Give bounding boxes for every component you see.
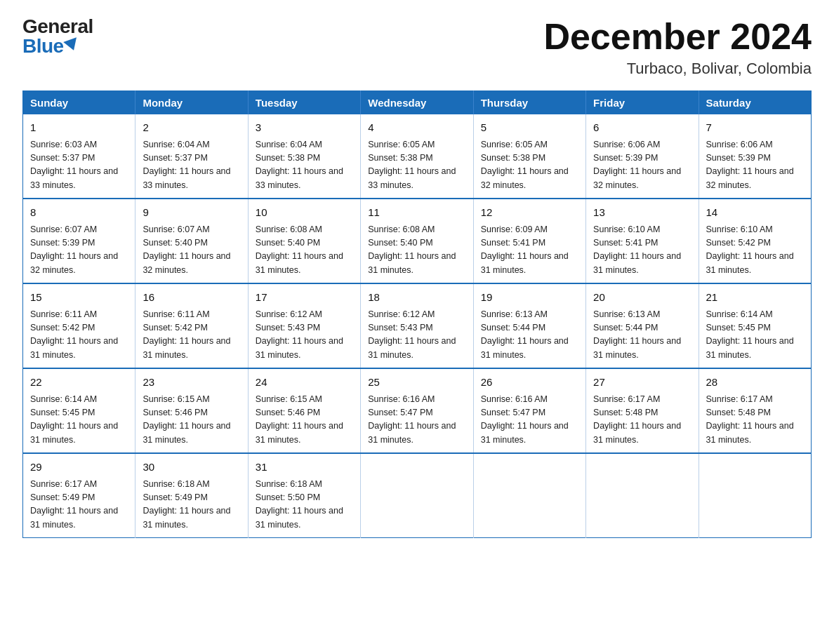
day-cell bbox=[699, 453, 811, 538]
day-cell: 17 Sunrise: 6:12 AMSunset: 5:43 PMDaylig… bbox=[248, 283, 360, 368]
day-info: Sunrise: 6:06 AMSunset: 5:39 PMDaylight:… bbox=[706, 140, 794, 190]
day-number: 11 bbox=[368, 205, 465, 221]
day-cell: 14 Sunrise: 6:10 AMSunset: 5:42 PMDaylig… bbox=[699, 199, 811, 283]
day-info: Sunrise: 6:10 AMSunset: 5:41 PMDaylight:… bbox=[593, 224, 681, 275]
day-cell: 12 Sunrise: 6:09 AMSunset: 5:41 PMDaylig… bbox=[473, 199, 585, 283]
day-number: 21 bbox=[706, 290, 804, 306]
day-cell: 31 Sunrise: 6:18 AMSunset: 5:50 PMDaylig… bbox=[248, 453, 360, 538]
day-cell: 16 Sunrise: 6:11 AMSunset: 5:42 PMDaylig… bbox=[135, 283, 248, 368]
day-info: Sunrise: 6:16 AMSunset: 5:47 PMDaylight:… bbox=[368, 394, 456, 445]
day-cell: 13 Sunrise: 6:10 AMSunset: 5:41 PMDaylig… bbox=[586, 199, 699, 283]
day-number: 27 bbox=[593, 375, 691, 391]
day-info: Sunrise: 6:07 AMSunset: 5:40 PMDaylight:… bbox=[143, 224, 230, 275]
day-number: 5 bbox=[481, 120, 578, 136]
day-cell: 20 Sunrise: 6:13 AMSunset: 5:44 PMDaylig… bbox=[586, 283, 699, 368]
week-row-5: 29 Sunrise: 6:17 AMSunset: 5:49 PMDaylig… bbox=[23, 453, 812, 538]
weekday-header-tuesday: Tuesday bbox=[248, 91, 360, 115]
day-info: Sunrise: 6:17 AMSunset: 5:48 PMDaylight:… bbox=[706, 394, 794, 445]
day-number: 6 bbox=[593, 120, 691, 136]
day-cell: 26 Sunrise: 6:16 AMSunset: 5:47 PMDaylig… bbox=[473, 368, 585, 453]
day-cell: 5 Sunrise: 6:05 AMSunset: 5:38 PMDayligh… bbox=[473, 114, 585, 199]
day-cell bbox=[473, 453, 585, 538]
day-number: 13 bbox=[593, 205, 691, 221]
day-number: 2 bbox=[143, 120, 240, 136]
day-info: Sunrise: 6:10 AMSunset: 5:42 PMDaylight:… bbox=[706, 224, 794, 275]
day-number: 30 bbox=[143, 459, 240, 476]
week-row-2: 8 Sunrise: 6:07 AMSunset: 5:39 PMDayligh… bbox=[23, 199, 812, 283]
day-cell: 25 Sunrise: 6:16 AMSunset: 5:47 PMDaylig… bbox=[361, 368, 473, 453]
day-cell: 24 Sunrise: 6:15 AMSunset: 5:46 PMDaylig… bbox=[248, 368, 360, 453]
day-number: 1 bbox=[30, 120, 128, 136]
day-cell: 1 Sunrise: 6:03 AMSunset: 5:37 PMDayligh… bbox=[23, 114, 135, 199]
weekday-header-row: SundayMondayTuesdayWednesdayThursdayFrid… bbox=[23, 91, 812, 115]
day-number: 3 bbox=[256, 120, 353, 136]
day-info: Sunrise: 6:07 AMSunset: 5:39 PMDaylight:… bbox=[30, 224, 118, 275]
day-number: 25 bbox=[368, 375, 465, 391]
page-title: December 2024 bbox=[543, 17, 812, 57]
weekday-header-saturday: Saturday bbox=[699, 91, 811, 115]
calendar-body: 1 Sunrise: 6:03 AMSunset: 5:37 PMDayligh… bbox=[23, 114, 812, 538]
day-cell: 28 Sunrise: 6:17 AMSunset: 5:48 PMDaylig… bbox=[699, 368, 811, 453]
weekday-header-monday: Monday bbox=[135, 91, 248, 115]
day-cell: 3 Sunrise: 6:04 AMSunset: 5:38 PMDayligh… bbox=[248, 114, 360, 199]
day-info: Sunrise: 6:05 AMSunset: 5:38 PMDaylight:… bbox=[481, 140, 569, 190]
day-number: 12 bbox=[481, 205, 578, 221]
weekday-header-thursday: Thursday bbox=[473, 91, 585, 115]
day-info: Sunrise: 6:03 AMSunset: 5:37 PMDaylight:… bbox=[30, 140, 118, 190]
day-info: Sunrise: 6:17 AMSunset: 5:49 PMDaylight:… bbox=[30, 479, 118, 530]
day-number: 10 bbox=[256, 205, 353, 221]
day-info: Sunrise: 6:12 AMSunset: 5:43 PMDaylight:… bbox=[368, 309, 456, 360]
day-info: Sunrise: 6:04 AMSunset: 5:38 PMDaylight:… bbox=[256, 140, 343, 190]
day-info: Sunrise: 6:12 AMSunset: 5:43 PMDaylight:… bbox=[256, 309, 343, 360]
day-number: 22 bbox=[30, 375, 128, 391]
weekday-header-friday: Friday bbox=[586, 91, 699, 115]
day-cell: 30 Sunrise: 6:18 AMSunset: 5:49 PMDaylig… bbox=[135, 453, 248, 538]
day-cell: 4 Sunrise: 6:05 AMSunset: 5:38 PMDayligh… bbox=[361, 114, 473, 199]
day-number: 15 bbox=[30, 290, 128, 306]
day-number: 23 bbox=[143, 375, 240, 391]
week-row-4: 22 Sunrise: 6:14 AMSunset: 5:45 PMDaylig… bbox=[23, 368, 812, 453]
day-cell: 27 Sunrise: 6:17 AMSunset: 5:48 PMDaylig… bbox=[586, 368, 699, 453]
day-info: Sunrise: 6:15 AMSunset: 5:46 PMDaylight:… bbox=[256, 394, 343, 445]
day-info: Sunrise: 6:08 AMSunset: 5:40 PMDaylight:… bbox=[368, 224, 456, 275]
day-cell: 18 Sunrise: 6:12 AMSunset: 5:43 PMDaylig… bbox=[361, 283, 473, 368]
weekday-header-sunday: Sunday bbox=[23, 91, 135, 115]
day-info: Sunrise: 6:08 AMSunset: 5:40 PMDaylight:… bbox=[256, 224, 343, 275]
logo-general-text: General bbox=[22, 17, 93, 36]
day-cell: 15 Sunrise: 6:11 AMSunset: 5:42 PMDaylig… bbox=[23, 283, 135, 368]
day-number: 29 bbox=[30, 459, 128, 476]
weekday-header-wednesday: Wednesday bbox=[361, 91, 473, 115]
day-info: Sunrise: 6:14 AMSunset: 5:45 PMDaylight:… bbox=[30, 394, 118, 445]
day-cell: 2 Sunrise: 6:04 AMSunset: 5:37 PMDayligh… bbox=[135, 114, 248, 199]
calendar-header: SundayMondayTuesdayWednesdayThursdayFrid… bbox=[23, 91, 812, 115]
day-cell: 21 Sunrise: 6:14 AMSunset: 5:45 PMDaylig… bbox=[699, 283, 811, 368]
title-block: December 2024 Turbaco, Bolivar, Colombia bbox=[543, 17, 812, 78]
day-number: 26 bbox=[481, 375, 578, 391]
day-number: 17 bbox=[256, 290, 353, 306]
logo-blue-text: Blue bbox=[22, 36, 79, 56]
day-info: Sunrise: 6:14 AMSunset: 5:45 PMDaylight:… bbox=[706, 309, 794, 360]
day-info: Sunrise: 6:11 AMSunset: 5:42 PMDaylight:… bbox=[30, 309, 118, 360]
logo-triangle-icon bbox=[63, 37, 80, 53]
day-cell: 23 Sunrise: 6:15 AMSunset: 5:46 PMDaylig… bbox=[135, 368, 248, 453]
day-info: Sunrise: 6:11 AMSunset: 5:42 PMDaylight:… bbox=[143, 309, 230, 360]
day-number: 16 bbox=[143, 290, 240, 306]
day-number: 9 bbox=[143, 205, 240, 221]
day-cell: 11 Sunrise: 6:08 AMSunset: 5:40 PMDaylig… bbox=[361, 199, 473, 283]
day-number: 20 bbox=[593, 290, 691, 306]
day-info: Sunrise: 6:13 AMSunset: 5:44 PMDaylight:… bbox=[593, 309, 681, 360]
day-cell bbox=[361, 453, 473, 538]
day-cell: 6 Sunrise: 6:06 AMSunset: 5:39 PMDayligh… bbox=[586, 114, 699, 199]
logo: General Blue bbox=[22, 17, 93, 56]
day-cell: 9 Sunrise: 6:07 AMSunset: 5:40 PMDayligh… bbox=[135, 199, 248, 283]
day-cell: 19 Sunrise: 6:13 AMSunset: 5:44 PMDaylig… bbox=[473, 283, 585, 368]
day-info: Sunrise: 6:09 AMSunset: 5:41 PMDaylight:… bbox=[481, 224, 569, 275]
day-info: Sunrise: 6:18 AMSunset: 5:49 PMDaylight:… bbox=[143, 479, 230, 530]
day-cell bbox=[586, 453, 699, 538]
day-number: 7 bbox=[706, 120, 804, 136]
day-info: Sunrise: 6:05 AMSunset: 5:38 PMDaylight:… bbox=[368, 140, 456, 190]
day-number: 4 bbox=[368, 120, 465, 136]
page-header: General Blue December 2024 Turbaco, Boli… bbox=[22, 17, 812, 78]
day-number: 18 bbox=[368, 290, 465, 306]
day-info: Sunrise: 6:06 AMSunset: 5:39 PMDaylight:… bbox=[593, 140, 681, 190]
